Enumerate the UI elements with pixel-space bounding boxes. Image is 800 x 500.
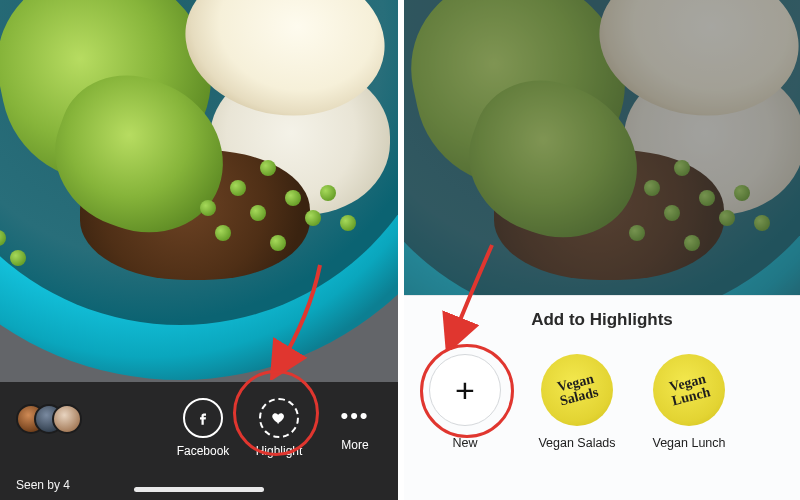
new-highlight-button[interactable]: + New <box>422 354 508 450</box>
avatar <box>52 404 82 434</box>
story-photo-dimmed <box>404 0 800 305</box>
highlight-item-label: Vegan Lunch <box>646 436 732 450</box>
add-to-highlights-panel: Add to Highlights + New VeganSalads Vega… <box>404 0 800 500</box>
plus-icon: + <box>429 354 501 426</box>
highlight-button[interactable]: Highlight <box>246 398 312 458</box>
share-facebook-button[interactable]: Facebook <box>170 398 236 458</box>
highlight-item-vegan-salads[interactable]: VeganSalads Vegan Salads <box>534 354 620 450</box>
highlight-heart-icon <box>259 398 299 438</box>
story-view-panel: Seen by 4 Facebook Highlight ••• More <box>0 0 398 500</box>
highlight-item-vegan-lunch[interactable]: VeganLunch Vegan Lunch <box>646 354 732 450</box>
story-bottom-toolbar: Seen by 4 Facebook Highlight ••• More <box>0 382 398 500</box>
viewers-count-label: Seen by 4 <box>16 478 88 492</box>
highlights-sheet: Add to Highlights + New VeganSalads Vega… <box>404 295 800 500</box>
sheet-title: Add to Highlights <box>404 310 800 330</box>
more-dots-icon: ••• <box>322 398 388 438</box>
viewers-avatar-stack <box>16 404 88 440</box>
home-indicator <box>134 487 264 492</box>
highlight-cover-icon: VeganSalads <box>541 354 613 426</box>
facebook-icon <box>183 398 223 438</box>
more-button[interactable]: ••• More <box>322 398 388 452</box>
highlight-label: Highlight <box>246 444 312 458</box>
share-facebook-label: Facebook <box>170 444 236 458</box>
tutorial-two-panel: Seen by 4 Facebook Highlight ••• More <box>0 0 800 500</box>
highlight-cover-icon: VeganLunch <box>653 354 725 426</box>
more-label: More <box>322 438 388 452</box>
highlight-item-label: Vegan Salads <box>534 436 620 450</box>
viewers-button[interactable]: Seen by 4 <box>16 404 88 492</box>
new-highlight-label: New <box>422 436 508 450</box>
highlights-row: + New VeganSalads Vegan Salads VeganLunc… <box>422 354 732 450</box>
